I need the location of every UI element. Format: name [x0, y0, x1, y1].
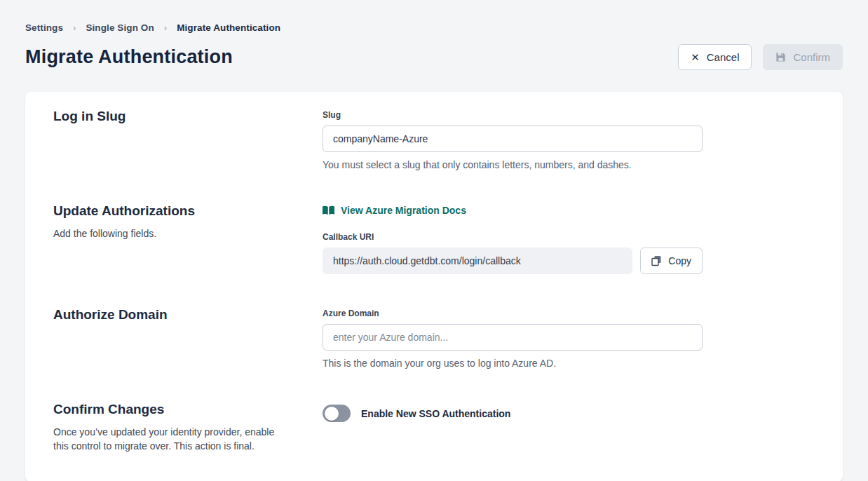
page-header: Migrate Authentication ✕ Cancel Confirm — [25, 44, 843, 70]
section-login-slug: Log in Slug Slug You must select a slug … — [53, 109, 815, 170]
breadcrumb: Settings › Single Sign On › Migrate Auth… — [25, 0, 843, 33]
settings-card: Log in Slug Slug You must select a slug … — [25, 92, 843, 481]
page: Settings › Single Sign On › Migrate Auth… — [0, 0, 868, 481]
azure-migration-docs-link[interactable]: View Azure Migration Docs — [323, 205, 466, 216]
section-confirm-changes-right: Enable New SSO Authentication — [323, 402, 703, 454]
section-authorize-domain: Authorize Domain Azure Domain This is th… — [53, 307, 815, 369]
azure-domain-label: Azure Domain — [323, 309, 703, 318]
enable-sso-toggle-label: Enable New SSO Authentication — [361, 408, 510, 419]
callback-uri-input[interactable] — [323, 248, 632, 274]
section-confirm-changes-left: Confirm Changes Once you’ve updated your… — [53, 402, 323, 454]
breadcrumb-single-sign-on[interactable]: Single Sign On — [86, 22, 154, 33]
azure-domain-input[interactable] — [323, 324, 703, 351]
callback-uri-label: Callback URI — [323, 232, 703, 242]
cancel-button[interactable]: ✕ Cancel — [678, 44, 752, 70]
callback-uri-row: Copy — [323, 248, 703, 274]
page-title: Migrate Authentication — [25, 46, 233, 68]
toggle-knob — [325, 407, 339, 421]
update-authorizations-description: Add the following fields. — [53, 226, 292, 240]
close-icon: ✕ — [691, 52, 700, 62]
slug-input[interactable] — [323, 126, 703, 152]
chevron-right-icon: › — [73, 22, 76, 33]
section-heading-authorize-domain: Authorize Domain — [53, 307, 301, 323]
azure-domain-helper-text: This is the domain your org uses to log … — [323, 358, 703, 369]
chevron-right-icon: › — [164, 22, 167, 33]
section-confirm-changes: Confirm Changes Once you’ve updated your… — [53, 402, 815, 454]
section-authorize-domain-right: Azure Domain This is the domain your org… — [323, 307, 703, 369]
copy-button-label: Copy — [668, 255, 691, 266]
breadcrumb-migrate-authentication: Migrate Authentication — [177, 22, 280, 33]
section-authorize-domain-left: Authorize Domain — [53, 307, 323, 369]
enable-sso-toggle[interactable] — [323, 405, 351, 422]
header-actions: ✕ Cancel Confirm — [678, 44, 843, 70]
copy-button[interactable]: Copy — [640, 248, 703, 274]
confirm-button[interactable]: Confirm — [763, 44, 843, 70]
slug-helper-text: You must select a slug that only contain… — [323, 159, 703, 170]
section-heading-confirm-changes: Confirm Changes — [53, 402, 301, 417]
confirm-changes-description: Once you’ve updated your identity provid… — [53, 425, 292, 454]
save-icon — [775, 52, 786, 62]
azure-migration-docs-link-label: View Azure Migration Docs — [341, 205, 466, 216]
section-login-slug-left: Log in Slug — [53, 109, 323, 170]
book-icon — [323, 205, 334, 215]
breadcrumb-settings[interactable]: Settings — [25, 22, 63, 33]
cancel-button-label: Cancel — [707, 51, 740, 63]
section-update-authorizations-left: Update Authorizations Add the following … — [53, 203, 323, 274]
slug-field-label: Slug — [323, 110, 703, 120]
section-heading-login-slug: Log in Slug — [53, 109, 301, 124]
sso-toggle-row: Enable New SSO Authentication — [323, 405, 703, 422]
copy-icon — [651, 255, 662, 266]
confirm-button-label: Confirm — [793, 51, 830, 63]
section-update-authorizations-right: View Azure Migration Docs Callback URI C… — [323, 203, 703, 274]
section-heading-update-authorizations: Update Authorizations — [53, 203, 301, 219]
section-update-authorizations: Update Authorizations Add the following … — [53, 203, 815, 274]
section-login-slug-right: Slug You must select a slug that only co… — [323, 109, 703, 170]
